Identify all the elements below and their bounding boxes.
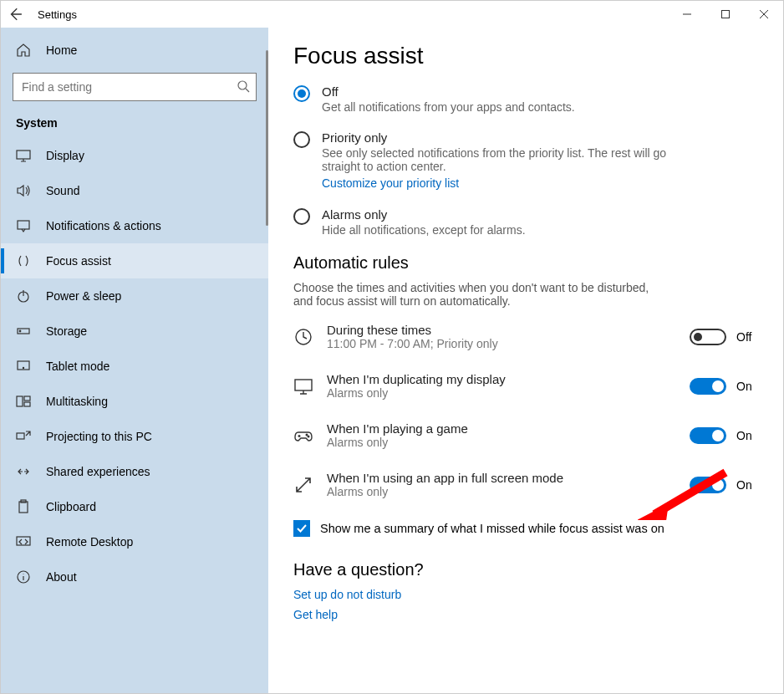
- sidebar-item-about[interactable]: About: [1, 559, 268, 594]
- sidebar-item-sound[interactable]: Sound: [1, 173, 268, 208]
- sidebar-label: Storage: [46, 324, 87, 338]
- sidebar-item-focus[interactable]: Focus assist: [1, 243, 268, 278]
- radio-button[interactable]: [293, 85, 310, 102]
- svg-rect-11: [24, 402, 30, 406]
- rule-title: When I'm playing a game: [327, 421, 468, 436]
- page-title: Focus assist: [293, 43, 758, 69]
- fullscreen-icon: [293, 475, 313, 495]
- focus-icon: [16, 253, 31, 268]
- display-icon: [16, 148, 31, 163]
- radio-label: Priority only: [322, 130, 690, 145]
- rule-fullscreen[interactable]: When I'm using an app in full screen mod…: [293, 471, 758, 498]
- svg-rect-3: [18, 221, 29, 229]
- radio-alarms[interactable]: Alarms only Hide all notifications, exce…: [293, 207, 758, 237]
- rule-playing-game[interactable]: When I'm playing a game Alarms only On: [293, 421, 758, 449]
- sidebar-item-shared[interactable]: Shared experiences: [1, 454, 268, 489]
- remote-icon: [16, 534, 31, 549]
- sidebar-item-projecting[interactable]: Projecting to this PC: [1, 419, 268, 454]
- rule-sub: 11:00 PM - 7:00 AM; Priority only: [327, 337, 498, 350]
- monitor-icon: [293, 376, 313, 396]
- window-title: Settings: [38, 8, 77, 21]
- clock-icon: [293, 327, 313, 347]
- sidebar-label: Focus assist: [46, 254, 111, 268]
- sidebar-heading: System: [1, 113, 268, 138]
- settings-window: Settings Home System: [0, 0, 784, 694]
- get-help-link[interactable]: Get help: [293, 608, 758, 621]
- titlebar: Settings: [1, 1, 783, 28]
- radio-button[interactable]: [293, 131, 310, 148]
- sidebar-search[interactable]: [13, 73, 257, 101]
- tablet-icon: [16, 359, 31, 374]
- close-button[interactable]: [745, 1, 783, 28]
- multitasking-icon: [16, 394, 31, 409]
- sidebar-item-remote[interactable]: Remote Desktop: [1, 524, 268, 559]
- svg-rect-9: [17, 396, 23, 406]
- sidebar: Home System Display Sound Notifications …: [1, 28, 268, 693]
- content-pane: Focus assist Off Get all notifications f…: [268, 28, 783, 693]
- sidebar-label: Shared experiences: [46, 465, 150, 478]
- radio-off[interactable]: Off Get all notifications from your apps…: [293, 84, 758, 114]
- svg-rect-13: [19, 502, 28, 513]
- rule-sub: Alarms only: [327, 436, 468, 449]
- rules-intro: Choose the times and activities when you…: [293, 281, 661, 308]
- storage-icon: [16, 324, 31, 339]
- sidebar-label: Sound: [46, 184, 79, 197]
- projecting-icon: [16, 429, 31, 444]
- svg-rect-12: [17, 433, 24, 439]
- radio-desc: Get all notifications from your apps and…: [322, 100, 575, 114]
- minimize-button[interactable]: [668, 1, 706, 28]
- shared-icon: [16, 464, 31, 479]
- toggle-label: On: [736, 429, 758, 442]
- setup-dnd-link[interactable]: Set up do not disturb: [293, 588, 758, 601]
- svg-point-20: [308, 436, 309, 437]
- sidebar-home-label: Home: [46, 43, 77, 57]
- rule-toggle[interactable]: [690, 329, 726, 345]
- svg-point-1: [238, 81, 247, 89]
- notifications-icon: [16, 218, 31, 233]
- rule-title: When I'm duplicating my display: [327, 372, 506, 386]
- sidebar-item-power[interactable]: Power & sleep: [1, 278, 268, 314]
- sidebar-item-notifications[interactable]: Notifications & actions: [1, 208, 268, 243]
- customize-priority-link[interactable]: Customize your priority list: [322, 176, 459, 190]
- rule-toggle[interactable]: [690, 378, 726, 395]
- search-input[interactable]: [13, 73, 257, 101]
- sidebar-label: Projecting to this PC: [46, 430, 152, 443]
- rule-sub: Alarms only: [327, 386, 506, 400]
- svg-rect-18: [295, 380, 312, 390]
- sidebar-item-storage[interactable]: Storage: [1, 314, 268, 349]
- sidebar-label: Clipboard: [46, 500, 96, 513]
- summary-checkbox-label: Show me a summary of what I missed while…: [320, 522, 664, 535]
- about-icon: [16, 569, 31, 584]
- maximize-button[interactable]: [706, 1, 745, 28]
- sound-icon: [16, 183, 31, 198]
- radio-desc: See only selected notifications from the…: [322, 146, 690, 173]
- checkbox-checked[interactable]: [293, 520, 310, 537]
- radio-priority[interactable]: Priority only See only selected notifica…: [293, 130, 758, 191]
- home-icon: [16, 43, 31, 58]
- sidebar-home[interactable]: Home: [1, 34, 268, 66]
- sidebar-label: Notifications & actions: [46, 219, 161, 232]
- sidebar-item-multitasking[interactable]: Multitasking: [1, 384, 268, 419]
- toggle-label: On: [736, 380, 758, 393]
- sidebar-item-clipboard[interactable]: Clipboard: [1, 489, 268, 524]
- radio-desc: Hide all notifications, except for alarm…: [322, 223, 526, 237]
- rule-duplicate-display[interactable]: When I'm duplicating my display Alarms o…: [293, 372, 758, 400]
- svg-rect-2: [17, 151, 30, 159]
- sidebar-label: Remote Desktop: [46, 535, 133, 549]
- sidebar-item-display[interactable]: Display: [1, 138, 268, 173]
- radio-button[interactable]: [293, 208, 310, 225]
- back-icon[interactable]: [8, 7, 23, 22]
- rules-heading: Automatic rules: [293, 253, 758, 273]
- svg-rect-10: [24, 396, 30, 401]
- rule-title: When I'm using an app in full screen mod…: [327, 471, 563, 485]
- sidebar-item-tablet[interactable]: Tablet mode: [1, 349, 268, 384]
- svg-point-8: [23, 367, 23, 368]
- power-icon: [16, 288, 31, 304]
- rule-toggle[interactable]: [690, 477, 726, 493]
- rule-title: During these times: [327, 323, 498, 337]
- summary-checkbox-row[interactable]: Show me a summary of what I missed while…: [293, 520, 758, 537]
- sidebar-label: Display: [46, 149, 84, 162]
- rule-toggle[interactable]: [690, 427, 726, 444]
- rule-times[interactable]: During these times 11:00 PM - 7:00 AM; P…: [293, 323, 758, 350]
- rule-sub: Alarms only: [327, 485, 563, 498]
